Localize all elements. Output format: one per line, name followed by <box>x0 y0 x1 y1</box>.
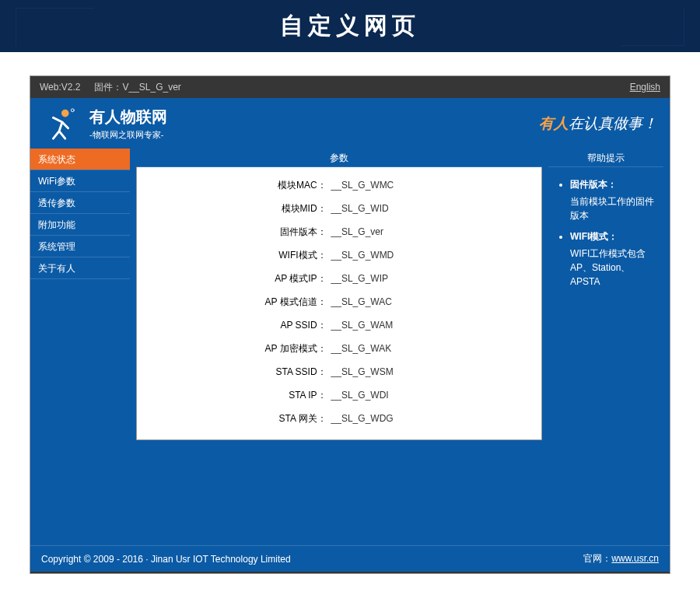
slogan-rest: 在认真做事！ <box>569 115 657 131</box>
param-value: __SL_G_WDI <box>331 390 541 401</box>
language-switch[interactable]: English <box>630 82 660 93</box>
footer: Copyright © 2009 - 2016 · Jinan Usr IOT … <box>30 545 670 572</box>
outer-container: Web:V2.2 固件： V__SL_G_ver English 有人物联网 -… <box>0 52 700 597</box>
param-row: AP 加密模式：__SL_G_WAK <box>137 337 541 360</box>
help-panel: 帮助提示 固件版本：当前模块工作的固件版本WIFI模式：WIFI工作模式包含AP… <box>548 149 663 539</box>
param-label: 固件版本： <box>137 226 331 239</box>
brand-title: 有人物联网 <box>89 107 167 128</box>
param-value: __SL_G_ver <box>331 226 541 237</box>
firmware-value: V__SL_G_ver <box>122 82 180 93</box>
help-body: 固件版本：当前模块工作的固件版本WIFI模式：WIFI工作模式包含AP、Stat… <box>548 167 663 539</box>
slogan-highlight: 有人 <box>539 115 569 131</box>
help-item-title: WIFI模式： <box>570 230 656 243</box>
main-area: 参数 模块MAC：__SL_G_WMC模块MID：__SL_G_WID固件版本：… <box>130 149 670 545</box>
logo-icon <box>43 106 79 142</box>
brand-block: 有人物联网 -物联网之联网专家- <box>89 107 167 141</box>
help-item-desc: WIFI工作模式包含AP、Station、APSTA <box>570 247 656 289</box>
svg-point-1 <box>71 108 74 111</box>
app-frame: Web:V2.2 固件： V__SL_G_ver English 有人物联网 -… <box>30 75 670 574</box>
help-item: WIFI模式：WIFI工作模式包含AP、Station、APSTA <box>570 230 656 289</box>
brand-subtitle: -物联网之联网专家- <box>89 129 167 141</box>
param-row: 模块MID：__SL_G_WID <box>137 197 541 220</box>
params-body: 模块MAC：__SL_G_WMC模块MID：__SL_G_WID固件版本：__S… <box>136 167 542 440</box>
param-label: AP SSID： <box>137 319 331 332</box>
param-value: __SL_G_WID <box>331 203 541 214</box>
web-version: Web:V2.2 <box>40 82 80 93</box>
param-value: __SL_G_WAK <box>331 343 541 354</box>
copyright: Copyright © 2009 - 2016 · Jinan Usr IOT … <box>41 554 291 565</box>
param-value: __SL_G_WMC <box>331 180 541 191</box>
param-value: __SL_G_WDG <box>331 413 541 424</box>
top-bar: Web:V2.2 固件： V__SL_G_ver English <box>30 76 670 98</box>
param-value: __SL_G_WSM <box>331 366 541 377</box>
param-label: STA SSID： <box>137 366 331 379</box>
sidebar-item-1[interactable]: WiFi参数 <box>30 170 130 192</box>
param-row: 模块MAC：__SL_G_WMC <box>137 173 541 197</box>
help-item-desc: 当前模块工作的固件版本 <box>570 194 656 222</box>
param-label: AP 加密模式： <box>137 342 331 355</box>
param-row: STA SSID：__SL_G_WSM <box>137 360 541 383</box>
sidebar-item-0[interactable]: 系统状态 <box>30 149 130 170</box>
svg-point-0 <box>61 109 69 117</box>
param-row: AP 模式信道：__SL_G_WAC <box>137 290 541 313</box>
param-value: __SL_G_WAM <box>331 320 541 331</box>
param-row: STA 网关：__SL_G_WDG <box>137 407 541 430</box>
param-row: AP 模式IP：__SL_G_WIP <box>137 267 541 290</box>
param-row: 固件版本：__SL_G_ver <box>137 220 541 243</box>
help-header: 帮助提示 <box>548 149 663 167</box>
bottom-border <box>30 572 670 573</box>
params-panel: 参数 模块MAC：__SL_G_WMC模块MID：__SL_G_WID固件版本：… <box>136 149 542 539</box>
sidebar-item-2[interactable]: 透传参数 <box>30 192 130 214</box>
param-value: __SL_G_WAC <box>331 296 541 307</box>
header: 有人物联网 -物联网之联网专家- 有人在认真做事！ <box>30 98 670 149</box>
param-label: AP 模式IP： <box>137 272 331 285</box>
site-link[interactable]: www.usr.cn <box>611 553 659 564</box>
page-banner: 自定义网页 <box>0 0 700 52</box>
sidebar-item-3[interactable]: 附加功能 <box>30 214 130 236</box>
sidebar-item-5[interactable]: 关于有人 <box>30 257 130 279</box>
param-label: 模块MAC： <box>137 179 331 192</box>
help-list: 固件版本：当前模块工作的固件版本WIFI模式：WIFI工作模式包含AP、Stat… <box>559 178 656 289</box>
param-label: STA 网关： <box>137 412 331 425</box>
sidebar-item-4[interactable]: 系统管理 <box>30 236 130 257</box>
param-label: WIFI模式： <box>137 249 331 262</box>
param-row: WIFI模式：__SL_G_WMD <box>137 243 541 267</box>
param-label: 模块MID： <box>137 202 331 215</box>
param-label: STA IP： <box>137 389 331 402</box>
site-block: 官网：www.usr.cn <box>583 552 659 565</box>
help-item: 固件版本：当前模块工作的固件版本 <box>570 178 656 222</box>
param-row: STA IP：__SL_G_WDI <box>137 383 541 407</box>
param-row: AP SSID：__SL_G_WAM <box>137 313 541 337</box>
site-label: 官网： <box>583 553 611 564</box>
slogan: 有人在认真做事！ <box>539 114 657 134</box>
help-item-title: 固件版本： <box>570 178 656 191</box>
circuit-decoration <box>0 0 700 52</box>
param-label: AP 模式信道： <box>137 296 331 309</box>
content-area: 系统状态WiFi参数透传参数附加功能系统管理关于有人 参数 模块MAC：__SL… <box>30 149 670 545</box>
param-value: __SL_G_WIP <box>331 273 541 284</box>
firmware-label: 固件： <box>94 81 122 94</box>
sidebar: 系统状态WiFi参数透传参数附加功能系统管理关于有人 <box>30 149 130 545</box>
params-header: 参数 <box>136 149 542 167</box>
param-value: __SL_G_WMD <box>331 250 541 261</box>
